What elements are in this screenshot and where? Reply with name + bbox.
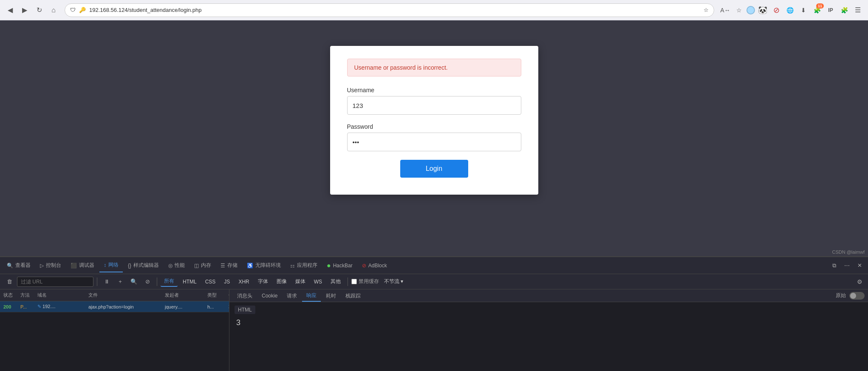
subtab-cookies[interactable]: Cookie	[257, 290, 282, 302]
devtools-settings-button[interactable]: ⚙	[854, 277, 865, 287]
response-content: HTML 3	[229, 302, 868, 371]
sub-tabs: 消息头 Cookie 请求 响应 耗时 栈跟踪 原始	[229, 289, 868, 302]
filter-all[interactable]: 所有	[161, 277, 178, 287]
password-label: Password	[347, 123, 521, 130]
puzzle-icon[interactable]: 🧩	[838, 4, 850, 16]
clear-network-button[interactable]: 🗑	[3, 276, 15, 288]
col-initiator: 发起者	[163, 292, 206, 298]
memory-icon: ◫	[194, 263, 199, 269]
bookmark-button[interactable]: ☆	[733, 4, 745, 16]
filter-css[interactable]: CSS	[202, 277, 219, 287]
subtab-stack[interactable]: 栈跟踪	[341, 290, 365, 302]
tab-performance[interactable]: ◎ 性能	[164, 259, 189, 272]
panda-icon[interactable]: 🐼	[757, 4, 769, 16]
tab-network[interactable]: ↕ 网络	[99, 259, 123, 272]
menu-button[interactable]: ☰	[852, 4, 864, 16]
filter-other[interactable]: 其他	[327, 277, 344, 287]
raw-toggle[interactable]	[849, 292, 865, 300]
tab-style-editor[interactable]: {} 样式编辑器	[124, 259, 163, 272]
disable-cache-checkbox[interactable]	[351, 279, 357, 284]
tab-debugger[interactable]: ⬛ 调试器	[66, 259, 99, 272]
network-icon: ↕	[104, 262, 106, 268]
translate-button[interactable]: A↔	[719, 4, 731, 16]
cell-method: P...	[19, 304, 36, 309]
url-text: 192.168.56.124/student_attendance/login.…	[89, 7, 700, 13]
home-button[interactable]: ⌂	[48, 4, 59, 16]
table-header: 状态 方法 域名 文件 发起者 类型 传输 大小	[0, 289, 229, 301]
block-button[interactable]: ⊘	[141, 276, 153, 288]
key-icon: 🔑	[79, 7, 86, 13]
address-bar[interactable]: 🛡 🔑 192.168.56.124/student_attendance/lo…	[65, 3, 714, 17]
bookmark-icon[interactable]: ☆	[704, 7, 709, 13]
close-devtools-button[interactable]: ✕	[854, 260, 865, 272]
download-icon[interactable]: ⬇	[797, 4, 809, 16]
ext-count: 11	[816, 3, 824, 8]
hackbar-icon: ●	[327, 262, 331, 269]
cell-type: h...	[206, 304, 227, 309]
filter-xhr[interactable]: XHR	[235, 277, 252, 287]
filter-html[interactable]: HTML	[179, 277, 200, 287]
browser-content: Username or password is incorrect. Usern…	[0, 20, 868, 256]
adblock-icon[interactable]: ⊘	[770, 4, 782, 16]
cell-domain: ✎ 192....	[36, 304, 87, 309]
network-list: 状态 方法 域名 文件 发起者 类型 传输 大小 200 P... ✎ 192.…	[0, 289, 229, 371]
debugger-icon: ⬛	[71, 263, 77, 269]
detach-button[interactable]: ⧉	[828, 260, 840, 272]
translate2-icon[interactable]: 🌐	[784, 4, 796, 16]
forward-button[interactable]: ▶	[19, 4, 31, 16]
table-row[interactable]: 200 P... ✎ 192.... ajax.php?action=login…	[0, 301, 229, 312]
extensions-button[interactable]: 🧩11	[811, 4, 823, 16]
accessibility-icon: ♿	[247, 263, 253, 269]
tab-accessibility[interactable]: ♿ 无障碍环境	[243, 259, 285, 272]
filter-image[interactable]: 图像	[273, 277, 290, 287]
subtab-headers[interactable]: 消息头	[233, 290, 257, 302]
csdn-watermark: CSDN @laimwf	[832, 249, 865, 255]
subtab-response[interactable]: 响应	[302, 290, 321, 302]
response-panel: 消息头 Cookie 请求 响应 耗时 栈跟踪 原始 HTML 3	[229, 289, 868, 371]
response-type-label: HTML	[235, 306, 255, 314]
tab-memory[interactable]: ◫ 内存	[190, 259, 215, 272]
url-filter-input[interactable]	[17, 277, 93, 287]
login-card: Username or password is incorrect. Usern…	[330, 46, 538, 195]
ip-label[interactable]: IP	[825, 4, 837, 16]
cell-status: 200	[2, 304, 19, 309]
search-button[interactable]: 🔍	[128, 276, 140, 288]
response-value: 3	[235, 317, 863, 329]
filter-media[interactable]: 媒体	[292, 277, 309, 287]
devtools-panel: 🔍 查看器 ▷ 控制台 ⬛ 调试器 ↕ 网络 {} 样式编辑器 ◎ 性能 ◫ 内…	[0, 256, 868, 371]
more-options-button[interactable]: ⋯	[841, 260, 853, 272]
add-button[interactable]: +	[114, 276, 126, 288]
tab-adblock[interactable]: ⊘ AdBlock	[358, 259, 391, 272]
back-button[interactable]: ◀	[4, 4, 16, 16]
col-status: 状态	[2, 292, 19, 298]
separator2	[157, 278, 157, 286]
domain-icon: ✎	[37, 304, 41, 309]
filter-ws[interactable]: WS	[311, 277, 325, 287]
disable-cache-checkbox-label[interactable]: 禁用缓存	[351, 278, 379, 285]
reload-button[interactable]: ↻	[33, 4, 45, 16]
filter-js[interactable]: JS	[221, 277, 233, 287]
filter-font[interactable]: 字体	[254, 277, 271, 287]
browser-chrome: ◀ ▶ ↻ ⌂ 🛡 🔑 192.168.56.124/student_atten…	[0, 0, 868, 20]
cell-file: ajax.php?action=login	[87, 304, 163, 309]
col-file: 文件	[87, 292, 163, 298]
password-input[interactable]	[347, 133, 521, 151]
cell-initiator: jquery....	[163, 304, 206, 309]
pause-button[interactable]: ⏸	[101, 276, 113, 288]
subtab-timing[interactable]: 耗时	[322, 290, 340, 302]
login-button[interactable]: Login	[400, 160, 468, 178]
tab-inspector[interactable]: 🔍 查看器	[3, 259, 35, 272]
application-icon: ⚏	[290, 263, 295, 269]
storage-icon: ☰	[221, 263, 225, 269]
throttle-selector[interactable]: 不节流 ▾	[381, 277, 407, 287]
devtools-toolbar: 🗑 ⏸ + 🔍 ⊘ 所有 HTML CSS JS XHR 字体 图像 媒体 WS…	[0, 274, 868, 289]
col-method: 方法	[19, 292, 36, 298]
tab-storage[interactable]: ☰ 存储	[216, 259, 242, 272]
raw-label: 原始	[836, 292, 846, 299]
username-input[interactable]	[347, 96, 521, 115]
col-domain: 域名	[36, 292, 87, 298]
subtab-request[interactable]: 请求	[283, 290, 301, 302]
tab-hackbar[interactable]: ● HackBar	[322, 259, 357, 272]
tab-application[interactable]: ⚏ 应用程序	[286, 259, 322, 272]
tab-console[interactable]: ▷ 控制台	[36, 259, 65, 272]
